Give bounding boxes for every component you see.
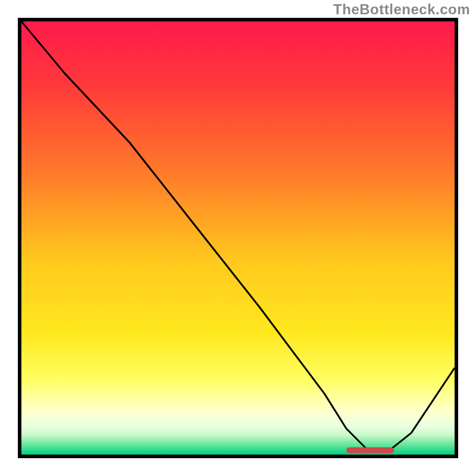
watermark-text: TheBottleneck.com xyxy=(333,1,470,18)
gradient-background xyxy=(21,21,455,455)
chart-container xyxy=(18,18,458,458)
bottleneck-chart xyxy=(21,21,455,455)
optimal-range-marker xyxy=(346,447,394,453)
marker-layer xyxy=(346,447,394,453)
